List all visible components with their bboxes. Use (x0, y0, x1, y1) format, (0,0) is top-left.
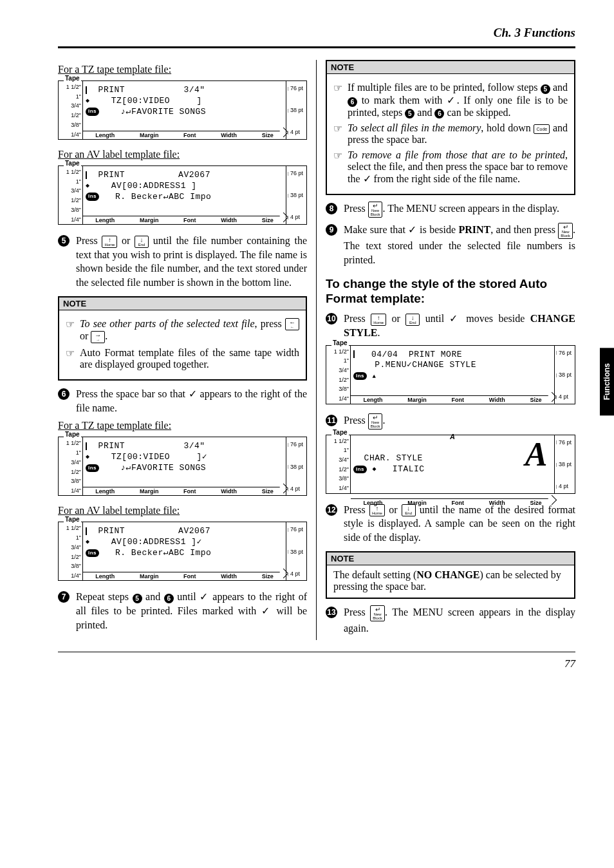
note-box-2: NOTE ☞ If multiple files are to be print… (326, 60, 575, 195)
subhead-av1: For an AV label template file: (58, 149, 307, 160)
pointer-icon: ☞ (66, 347, 75, 370)
lcd-display-4: Tape 1 1/2"1" 3/4"1/2" 3/8"1/4" PRINT AV… (58, 522, 307, 581)
left-key-icon: ←← (285, 318, 299, 330)
step-number-8-icon: 8 (326, 203, 337, 214)
end-key-icon: ↓End (405, 314, 420, 326)
ref-5-icon: 5 (133, 594, 142, 603)
step-5: 5 Press ↑Home or ↓End until the file num… (58, 234, 307, 290)
end-key-icon: ↓End (135, 236, 149, 248)
step-number-10-icon: 10 (326, 313, 337, 325)
subhead-tz1: For a TZ tape template file: (58, 64, 307, 75)
ref-5-icon: 5 (405, 109, 414, 118)
chapter-header: Ch. 3 Functions (58, 26, 575, 40)
ref-6-icon: 6 (348, 97, 357, 107)
ref-6-icon: 6 (434, 109, 444, 118)
footer-rule (58, 652, 575, 652)
tape-label: Tape (64, 75, 81, 82)
step-11: 11 Press ↵New Block. (326, 413, 575, 429)
left-column: For a TZ tape template file: Tape 1 1/2"… (58, 60, 317, 640)
step-number-6-icon: 6 (58, 388, 70, 400)
step-6: 6 Press the space bar so that ✓ appears … (58, 387, 307, 415)
step-10: 10 Press ↑Home or ↓End until ✓ moves bes… (326, 312, 575, 339)
pointer-icon: ☞ (333, 82, 342, 118)
lcd-point-sizes: 76 pt 38 pt 4 pt (286, 81, 306, 139)
section-title: To change the style of the stored Auto F… (326, 276, 575, 307)
step-7: 7 Repeat steps 5 and 6 until ✓ appears t… (58, 590, 307, 632)
ref-5-icon: 5 (541, 84, 550, 94)
lcd-display-6: Tape 1 1/2"1" 3/4"1/2" 3/8"1/4" A CHAR. … (326, 435, 575, 494)
step-9: 9 Make sure that ✓ is beside PRINT, and … (326, 223, 575, 267)
code-key-icon: Code (534, 124, 550, 134)
step-number-11-icon: 11 (326, 415, 337, 426)
page-number: 77 (58, 657, 575, 670)
lcd-display-5: Tape 1 1/2"1" 3/4"1/2" 3/8"1/4" 04/04 PR… (326, 345, 575, 404)
right-column: NOTE ☞ If multiple files are to be print… (317, 60, 575, 640)
step-number-12-icon: 12 (326, 504, 337, 516)
newblock-key-icon: ↵New Block (558, 223, 573, 239)
newblock-key-icon: ↵New Block (368, 202, 383, 218)
lcd-display-1: Tape 1 1/2" 1" 3/4" 1/2" 3/8" 1/4" PRINT… (58, 80, 307, 140)
sample-a-icon: A (525, 438, 548, 471)
lcd-display-2: Tape 1 1/2"1" 3/4"1/2" 3/8"1/4" PRINT AV… (58, 165, 307, 225)
pointer-icon: ☞ (66, 318, 75, 344)
subhead-tz2: For a TZ tape template file: (58, 420, 307, 431)
header-rule (58, 46, 575, 48)
step-8: 8 Press ↵New Block. The MENU screen appe… (326, 202, 575, 218)
step-12: 12 Press ↑Home or ↓End until the name of… (326, 503, 575, 545)
ref-6-icon: 6 (164, 594, 174, 603)
subhead-av2: For an AV label template file: (58, 505, 307, 516)
lcd-display-3: Tape 1 1/2"1" 3/4"1/2" 3/8"1/4" PRINT 3/… (58, 437, 307, 496)
note-box-1: NOTE ☞ To see other parts of the selecte… (58, 296, 307, 381)
right-key-icon: →→ (91, 331, 105, 343)
lcd-footer: Length Margin Font Width Size (83, 131, 286, 139)
step-number-7-icon: 7 (58, 591, 70, 603)
lcd-content: PRINT 3/4" ◆ TZ[00:VIDEO ] Ins ♪↵FAVORIT… (83, 81, 286, 131)
step-number-9-icon: 9 (326, 224, 337, 236)
newblock-key-icon: ↵New Block (368, 413, 383, 429)
pointer-icon: ☞ (333, 149, 342, 185)
home-key-icon: ↑Home (371, 314, 386, 326)
newblock-key-icon: ↵New Block (370, 605, 385, 621)
note-box-3: NOTE The default setting (NO CHANGE) can… (326, 551, 575, 599)
home-key-icon: ↑Home (102, 236, 117, 248)
step-13: 13 Press ↵New Block. The MENU screen app… (326, 605, 575, 636)
step-number-5-icon: 5 (58, 235, 70, 247)
pointer-icon: ☞ (333, 122, 342, 146)
lcd-tape-sizes: 1 1/2" 1" 3/4" 1/2" 3/8" 1/4" (59, 81, 83, 139)
step-number-13-icon: 13 (326, 607, 337, 618)
note-header: NOTE (59, 297, 306, 310)
side-tab: Functions (600, 348, 614, 415)
